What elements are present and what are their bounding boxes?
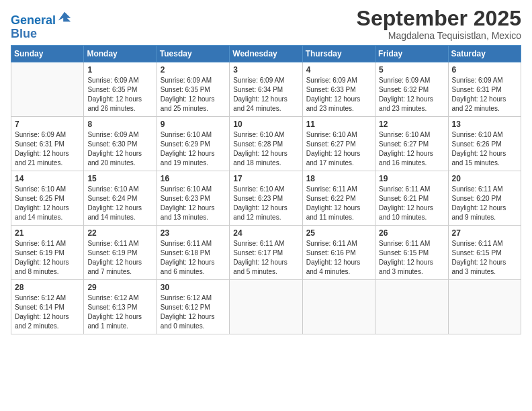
calendar-cell: 17Sunrise: 6:10 AMSunset: 6:23 PMDayligh… [230,171,302,226]
calendar-week-row: 28Sunrise: 6:12 AMSunset: 6:14 PMDayligh… [11,280,521,334]
day-info: Sunrise: 6:12 AMSunset: 6:14 PMDaylight:… [15,293,80,331]
day-info: Sunrise: 6:12 AMSunset: 6:13 PMDaylight:… [87,293,152,331]
day-number: 30 [161,283,226,292]
calendar-cell: 6Sunrise: 6:09 AMSunset: 6:31 PMDaylight… [448,62,521,117]
logo-icon [57,9,72,24]
day-number: 27 [452,228,517,238]
day-number: 16 [161,174,226,183]
day-number: 4 [306,65,371,75]
calendar-week-row: 14Sunrise: 6:10 AMSunset: 6:25 PMDayligh… [11,171,521,226]
day-number: 5 [379,65,444,75]
calendar-cell [448,280,521,334]
calendar-cell: 24Sunrise: 6:11 AMSunset: 6:17 PMDayligh… [230,226,302,280]
day-number: 3 [233,65,298,75]
day-info: Sunrise: 6:10 AMSunset: 6:27 PMDaylight:… [306,130,371,168]
logo-text: General Blue [11,9,72,41]
page-container: General Blue September 2025 Magdalena Te… [0,0,532,341]
page-header: General Blue September 2025 Magdalena Te… [11,7,521,41]
day-info: Sunrise: 6:11 AMSunset: 6:19 PMDaylight:… [87,239,152,277]
day-info: Sunrise: 6:11 AMSunset: 6:21 PMDaylight:… [379,185,444,222]
day-info: Sunrise: 6:09 AMSunset: 6:35 PMDaylight:… [161,76,226,113]
day-info: Sunrise: 6:10 AMSunset: 6:28 PMDaylight:… [233,130,298,168]
day-number: 28 [15,283,80,292]
day-number: 23 [161,228,226,238]
day-number: 13 [452,120,517,129]
calendar-cell: 22Sunrise: 6:11 AMSunset: 6:19 PMDayligh… [84,226,157,280]
day-info: Sunrise: 6:10 AMSunset: 6:25 PMDaylight:… [15,185,80,222]
title-block: September 2025 Magdalena Tequisistlan, M… [357,7,521,41]
calendar-cell: 11Sunrise: 6:10 AMSunset: 6:27 PMDayligh… [302,117,375,171]
calendar-week-row: 1Sunrise: 6:09 AMSunset: 6:35 PMDaylight… [11,62,521,117]
calendar-cell: 8Sunrise: 6:09 AMSunset: 6:30 PMDaylight… [84,117,157,171]
calendar-cell: 2Sunrise: 6:09 AMSunset: 6:35 PMDaylight… [157,62,229,117]
day-number: 9 [161,120,226,129]
calendar-cell: 12Sunrise: 6:10 AMSunset: 6:27 PMDayligh… [375,117,448,171]
day-info: Sunrise: 6:09 AMSunset: 6:31 PMDaylight:… [15,130,80,168]
day-info: Sunrise: 6:09 AMSunset: 6:34 PMDaylight:… [233,76,298,113]
calendar-week-row: 7Sunrise: 6:09 AMSunset: 6:31 PMDaylight… [11,117,521,171]
day-info: Sunrise: 6:11 AMSunset: 6:18 PMDaylight:… [161,239,226,277]
calendar-cell: 30Sunrise: 6:12 AMSunset: 6:12 PMDayligh… [157,280,229,334]
day-number: 10 [233,120,298,129]
day-number: 22 [87,228,152,238]
day-number: 19 [379,174,444,183]
day-info: Sunrise: 6:10 AMSunset: 6:26 PMDaylight:… [452,130,517,168]
day-info: Sunrise: 6:11 AMSunset: 6:17 PMDaylight:… [233,239,298,277]
day-number: 2 [161,65,226,75]
main-title: September 2025 [357,7,521,30]
day-info: Sunrise: 6:10 AMSunset: 6:29 PMDaylight:… [161,130,226,168]
day-info: Sunrise: 6:10 AMSunset: 6:23 PMDaylight:… [161,185,226,222]
calendar-cell: 13Sunrise: 6:10 AMSunset: 6:26 PMDayligh… [448,117,521,171]
col-saturday: Saturday [448,46,521,62]
day-info: Sunrise: 6:09 AMSunset: 6:31 PMDaylight:… [452,76,517,113]
calendar-cell: 20Sunrise: 6:11 AMSunset: 6:20 PMDayligh… [448,171,521,226]
day-info: Sunrise: 6:09 AMSunset: 6:35 PMDaylight:… [87,76,152,113]
logo-general: General [11,13,56,27]
calendar-cell: 21Sunrise: 6:11 AMSunset: 6:19 PMDayligh… [11,226,84,280]
calendar-cell [11,62,84,117]
calendar-cell [230,280,302,334]
logo-blue: Blue [11,27,37,40]
day-number: 6 [452,65,517,75]
col-monday: Monday [84,46,157,62]
day-number: 25 [306,228,371,238]
calendar-cell: 15Sunrise: 6:10 AMSunset: 6:24 PMDayligh… [84,171,157,226]
day-number: 8 [87,120,152,129]
day-info: Sunrise: 6:11 AMSunset: 6:20 PMDaylight:… [452,185,517,222]
calendar-cell: 19Sunrise: 6:11 AMSunset: 6:21 PMDayligh… [375,171,448,226]
subtitle: Magdalena Tequisistlan, Mexico [357,30,521,41]
day-number: 17 [233,174,298,183]
calendar-cell: 26Sunrise: 6:11 AMSunset: 6:15 PMDayligh… [375,226,448,280]
calendar-cell: 3Sunrise: 6:09 AMSunset: 6:34 PMDaylight… [230,62,302,117]
calendar-cell: 29Sunrise: 6:12 AMSunset: 6:13 PMDayligh… [84,280,157,334]
day-info: Sunrise: 6:11 AMSunset: 6:15 PMDaylight:… [452,239,517,277]
day-info: Sunrise: 6:09 AMSunset: 6:33 PMDaylight:… [306,76,371,113]
logo: General Blue [11,9,72,41]
col-thursday: Thursday [302,46,375,62]
day-number: 7 [15,120,80,129]
day-info: Sunrise: 6:11 AMSunset: 6:19 PMDaylight:… [15,239,80,277]
calendar-cell: 4Sunrise: 6:09 AMSunset: 6:33 PMDaylight… [302,62,375,117]
calendar-cell: 28Sunrise: 6:12 AMSunset: 6:14 PMDayligh… [11,280,84,334]
col-tuesday: Tuesday [157,46,229,62]
calendar-header-row: Sunday Monday Tuesday Wednesday Thursday… [11,46,521,62]
calendar-cell: 7Sunrise: 6:09 AMSunset: 6:31 PMDaylight… [11,117,84,171]
day-number: 12 [379,120,444,129]
day-number: 14 [15,174,80,183]
day-info: Sunrise: 6:09 AMSunset: 6:32 PMDaylight:… [379,76,444,113]
day-info: Sunrise: 6:10 AMSunset: 6:27 PMDaylight:… [379,130,444,168]
calendar-table: Sunday Monday Tuesday Wednesday Thursday… [11,45,521,334]
calendar-cell: 1Sunrise: 6:09 AMSunset: 6:35 PMDaylight… [84,62,157,117]
day-info: Sunrise: 6:12 AMSunset: 6:12 PMDaylight:… [161,293,226,331]
day-number: 21 [15,228,80,238]
svg-marker-0 [58,12,71,22]
calendar-cell: 5Sunrise: 6:09 AMSunset: 6:32 PMDaylight… [375,62,448,117]
calendar-cell [375,280,448,334]
day-info: Sunrise: 6:10 AMSunset: 6:23 PMDaylight:… [233,185,298,222]
calendar-cell: 10Sunrise: 6:10 AMSunset: 6:28 PMDayligh… [230,117,302,171]
calendar-cell [302,280,375,334]
day-number: 18 [306,174,371,183]
calendar-cell: 14Sunrise: 6:10 AMSunset: 6:25 PMDayligh… [11,171,84,226]
day-number: 15 [87,174,152,183]
calendar-cell: 18Sunrise: 6:11 AMSunset: 6:22 PMDayligh… [302,171,375,226]
